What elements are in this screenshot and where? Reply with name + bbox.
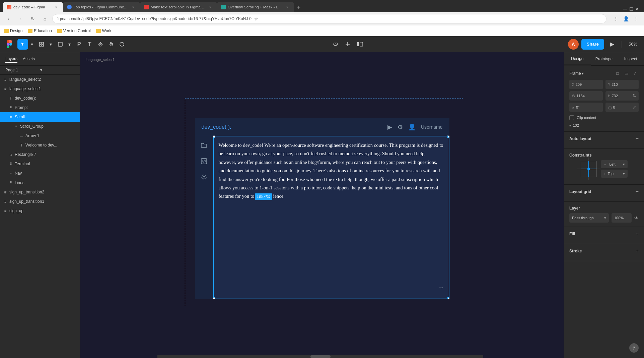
tab-toptopics[interactable]: Top topics - Figma Community F... × <box>63 2 140 12</box>
tab-maximize[interactable]: □ <box>630 6 633 12</box>
desktop-frame-icon[interactable]: ▭ <box>623 70 630 77</box>
layer-lines[interactable]: ⠿ Lines <box>0 178 80 187</box>
extensions-icon[interactable]: ⋮ <box>612 15 620 23</box>
component-tool[interactable] <box>95 39 106 50</box>
layer-arrow1[interactable]: — Arrow 1 <box>0 131 80 140</box>
layer-signup-transition2[interactable]: # sign_up_transition2 <box>0 187 80 197</box>
bookmark-star-icon[interactable]: ☆ <box>254 16 258 21</box>
layer-terminal[interactable]: ⠿ Terminal <box>0 159 80 169</box>
blend-mode-select[interactable]: Pass through ▾ <box>569 213 609 223</box>
handle-bottom-left[interactable] <box>213 297 215 299</box>
user-icon[interactable]: 👤 <box>408 123 416 131</box>
layer-scroll-group[interactable]: ⠿ Scroll_Group <box>0 122 80 131</box>
tab-scrollable[interactable]: Make text scrollable in Figma. If... × <box>140 2 217 12</box>
theme-tool[interactable] <box>342 39 353 50</box>
h-constraint-select[interactable]: ↔ Left ▾ <box>601 160 628 168</box>
layer-nav[interactable]: ⠿ Nav <box>0 169 80 178</box>
layer-scroll[interactable]: # Scroll <box>0 112 80 122</box>
scrollbar-thumb[interactable] <box>310 355 331 358</box>
fill-add[interactable]: + <box>636 231 639 237</box>
layer-signup-transition1[interactable]: # sign_up_transition1 <box>0 197 80 206</box>
mobile-frame-icon[interactable]: □ <box>614 70 621 77</box>
text-tool[interactable]: T <box>84 39 95 50</box>
mask-tool[interactable] <box>330 39 341 50</box>
tab-minimize[interactable]: ─ <box>623 6 627 12</box>
arrow-right-button[interactable]: → <box>438 284 444 291</box>
code-icon[interactable] <box>199 156 209 167</box>
expand-frame-icon[interactable]: ⤢ <box>631 70 639 77</box>
auto-layout-add[interactable]: + <box>636 136 639 142</box>
tab-close-window[interactable]: × <box>636 6 639 12</box>
opacity-field[interactable]: 100% <box>612 213 632 223</box>
frame-tool-dropdown[interactable]: ▾ <box>48 39 54 50</box>
play-button[interactable]: ▶ <box>607 39 618 50</box>
h-field[interactable]: H 732 ⇅ <box>605 91 639 101</box>
frame-tool[interactable] <box>36 39 47 50</box>
tab-close-scrollable[interactable]: × <box>208 4 213 10</box>
forward-button[interactable]: › <box>16 14 25 23</box>
frame-dropdown[interactable]: Frame ▾ <box>569 71 584 76</box>
tab-figma[interactable]: dev_code – Figma × <box>3 2 63 12</box>
clip-content-checkbox[interactable] <box>569 115 574 120</box>
layer-language-select2[interactable]: # language_select2 <box>0 75 80 84</box>
debug-icon[interactable]: ⚙ <box>398 123 403 131</box>
comment-tool[interactable] <box>117 39 127 50</box>
hand-tool[interactable] <box>106 39 117 50</box>
y-field[interactable]: Y 210 <box>605 80 639 89</box>
bookmark-education[interactable]: Education <box>28 28 52 33</box>
visibility-icon[interactable]: 👁 <box>634 216 639 221</box>
bookmark-design[interactable]: Design <box>4 28 22 33</box>
bookmark-work[interactable]: Work <box>96 28 112 33</box>
stroke-add[interactable]: + <box>636 248 639 254</box>
corner-expand-icon[interactable]: ⤢ <box>633 105 636 110</box>
page-selector[interactable]: Page 1 ▾ <box>0 66 80 75</box>
assets-tab[interactable]: Assets <box>23 55 35 63</box>
v-constraint-select[interactable]: ↕ Top ▾ <box>601 170 628 178</box>
move-tool-dropdown[interactable]: ▾ <box>29 39 35 50</box>
layer-signup[interactable]: # sign_up <box>0 206 80 216</box>
fill-tool[interactable] <box>354 39 365 50</box>
handle-top-left[interactable] <box>213 136 215 138</box>
layers-tab[interactable]: Layers <box>5 55 17 63</box>
handle-top-right[interactable] <box>447 136 449 138</box>
tab-close-overflow[interactable]: × <box>285 4 290 10</box>
address-bar[interactable]: figma.com/file/ipI8GpjvsECRCNfm0zK1Cq/de… <box>52 14 606 23</box>
play-icon[interactable]: ▶ <box>387 123 392 131</box>
layer-welcome-text[interactable]: T Welcome to dev... <box>0 140 80 150</box>
rotation-field[interactable]: ↙ 0° <box>569 103 603 112</box>
layout-grid-add[interactable]: + <box>636 189 639 195</box>
shape-tool-dropdown[interactable]: ▾ <box>66 39 72 50</box>
layer-language-select1[interactable]: # language_select1 <box>0 84 80 94</box>
tab-close-toptopics[interactable]: × <box>131 4 136 10</box>
prototype-tab[interactable]: Prototype <box>591 52 618 65</box>
settings-icon[interactable]: ⋮ <box>632 15 640 23</box>
settings-side-icon[interactable] <box>199 172 209 183</box>
home-button[interactable]: ⌂ <box>40 14 50 23</box>
layer-rectangle7[interactable]: □ Rectangle 7 <box>0 150 80 159</box>
reload-button[interactable]: ↻ <box>28 14 38 23</box>
back-button[interactable]: ‹ <box>4 14 13 23</box>
h-resize-icon[interactable]: ⇅ <box>633 94 636 98</box>
layer-dev-code[interactable]: T dev_code(): <box>0 94 80 103</box>
profile-icon[interactable]: 👤 <box>622 15 630 23</box>
folder-icon[interactable] <box>199 140 209 151</box>
help-button[interactable]: ? <box>629 343 639 353</box>
canvas-area[interactable]: language_select1 dev_code( ): ▶ ⚙ 👤 User… <box>80 52 564 358</box>
zoom-level[interactable]: 56% <box>626 40 640 48</box>
share-button[interactable]: Share <box>581 39 604 50</box>
tab-overflow[interactable]: Overflow Scrolling + Mask - Inte... × <box>217 2 294 12</box>
inspect-tab[interactable]: Inspect <box>617 52 644 65</box>
handle-bottom-right[interactable] <box>447 297 449 299</box>
figma-logo[interactable] <box>4 39 15 50</box>
bookmark-version-control[interactable]: Version Control <box>57 28 91 33</box>
corner-field[interactable]: ◯ 0 ⤢ <box>605 103 639 112</box>
move-tool[interactable] <box>17 39 28 50</box>
shape-tool[interactable] <box>55 39 66 50</box>
w-field[interactable]: W 1154 <box>569 91 603 101</box>
pen-tool[interactable]: P <box>74 39 84 50</box>
layer-prompt[interactable]: ⠿ Prompt <box>0 103 80 112</box>
tab-close-figma[interactable]: × <box>54 4 59 10</box>
canvas-scrollbar[interactable] <box>157 355 483 358</box>
new-tab-button[interactable]: + <box>294 3 303 12</box>
x-field[interactable]: X 209 <box>569 80 603 89</box>
